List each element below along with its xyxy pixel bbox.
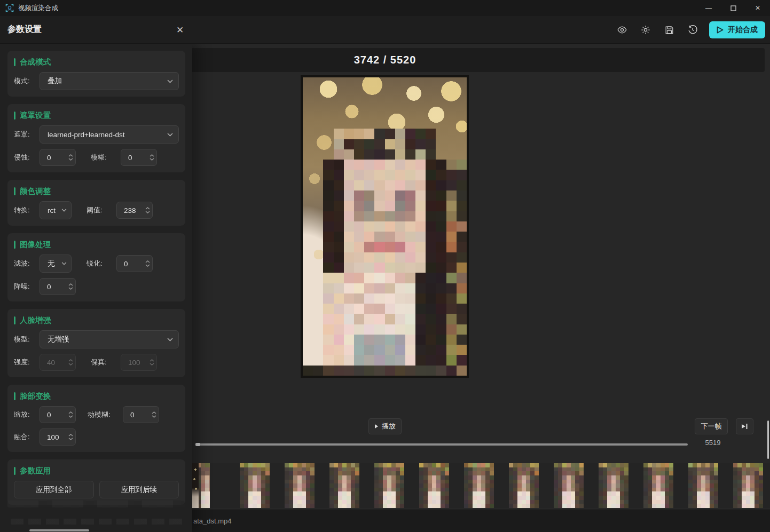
spinner-arrows[interactable] xyxy=(66,411,75,418)
filmstrip xyxy=(192,463,770,508)
close-icon[interactable]: ✕ xyxy=(173,23,187,37)
erode-input[interactable] xyxy=(40,154,66,162)
start-composite-button[interactable]: 开始合成 xyxy=(709,21,765,38)
filmstrip-thumbnail[interactable] xyxy=(733,463,763,508)
denoise-input[interactable] xyxy=(40,283,66,291)
chevron-up-icon xyxy=(150,359,154,362)
strength-label: 强度: xyxy=(14,358,40,367)
play-button[interactable]: 播放 xyxy=(368,418,402,434)
sharpen-spinner xyxy=(116,255,153,272)
chevron-down-icon xyxy=(61,209,67,212)
start-composite-label: 开始合成 xyxy=(728,25,758,35)
filmstrip-thumbnail[interactable] xyxy=(329,463,359,508)
chevron-up-icon xyxy=(68,359,73,362)
chevron-down-icon xyxy=(167,133,173,137)
save-button[interactable] xyxy=(660,21,678,39)
filmstrip-thumbnail[interactable] xyxy=(419,463,449,508)
next-frame-label: 下一帧 xyxy=(701,422,722,431)
spinner-arrows[interactable] xyxy=(143,260,152,267)
video-preview xyxy=(301,75,469,378)
vertical-scrollbar[interactable] xyxy=(767,420,769,459)
timeline-slider[interactable] xyxy=(197,443,688,446)
pixelated-face-mosaic xyxy=(303,77,467,376)
spinner-arrows[interactable] xyxy=(66,154,75,161)
settings-gear-button[interactable] xyxy=(637,21,655,39)
spinner-arrows[interactable] xyxy=(66,359,75,366)
spinner-arrows[interactable] xyxy=(147,154,156,161)
strength-input[interactable] xyxy=(40,359,66,367)
section-apply-params: 参数应用 应用到全部 应用到后续 xyxy=(7,459,185,505)
filmstrip-thumbnail[interactable] xyxy=(688,463,718,508)
filmstrip-thumbnail[interactable] xyxy=(285,463,315,508)
sharpen-input[interactable] xyxy=(117,260,143,268)
chevron-down-icon xyxy=(145,264,150,267)
spinner-arrows[interactable] xyxy=(147,359,156,366)
apply-to-all-button[interactable]: 应用到全部 xyxy=(14,481,94,498)
section-accent-bar xyxy=(14,241,15,249)
motion-blur-input[interactable] xyxy=(123,411,149,419)
filmstrip-thumbnail[interactable] xyxy=(192,463,210,508)
preview-eye-button[interactable] xyxy=(613,21,631,39)
title-bar: 视频渲染合成 — ✕ xyxy=(0,0,770,16)
scale-input[interactable] xyxy=(40,411,66,419)
erode-label: 侵蚀: xyxy=(14,153,40,162)
filter-select[interactable]: 无 xyxy=(40,255,72,273)
blur-label: 模糊: xyxy=(91,153,121,162)
blur-input[interactable] xyxy=(121,154,147,162)
chevron-up-icon xyxy=(68,434,73,436)
scale-label: 缩放: xyxy=(14,410,40,419)
play-outline-icon xyxy=(717,26,724,34)
filmstrip-thumbnail[interactable] xyxy=(464,463,494,508)
filmstrip-thumbnail[interactable] xyxy=(374,463,404,508)
fidelity-input[interactable] xyxy=(121,359,147,367)
filmstrip-thumbnail[interactable] xyxy=(509,463,539,508)
chevron-up-icon xyxy=(150,154,154,157)
transfer-select-value: rct xyxy=(48,207,61,215)
transfer-select[interactable]: rct xyxy=(40,201,72,219)
model-select[interactable]: 无增强 xyxy=(40,330,179,348)
maximize-button[interactable] xyxy=(721,0,745,16)
chevron-down-icon xyxy=(68,287,73,290)
filmstrip-thumbnail[interactable] xyxy=(240,463,270,508)
history-button[interactable] xyxy=(683,21,702,39)
panel-title: 参数设置 xyxy=(7,24,42,35)
panel-horizontal-scrollbar[interactable] xyxy=(29,529,89,531)
chevron-down-icon xyxy=(68,363,73,366)
section-image-process: 图像处理 滤波: 无 锐化: 降噪: xyxy=(7,233,185,301)
skip-to-end-button[interactable] xyxy=(736,418,753,434)
threshold-label: 阈值: xyxy=(87,205,116,215)
denoise-spinner xyxy=(40,278,76,295)
filmstrip-thumbnail[interactable] xyxy=(554,463,584,508)
strength-spinner xyxy=(40,354,76,371)
chevron-up-icon xyxy=(68,154,73,157)
chevron-down-icon xyxy=(167,338,173,342)
next-frame-button[interactable]: 下一帧 xyxy=(695,418,728,434)
spinner-arrows[interactable] xyxy=(66,283,75,290)
section-title: 合成模式 xyxy=(20,57,51,67)
status-file-path: ata_dst.mp4 xyxy=(193,517,232,525)
chevron-up-icon xyxy=(152,411,156,414)
section-accent-bar xyxy=(14,316,15,324)
mode-select[interactable]: 叠加 xyxy=(40,72,179,90)
apply-to-following-button[interactable]: 应用到后续 xyxy=(99,481,179,498)
gear-icon xyxy=(640,25,651,35)
mask-select[interactable]: learned-prd+learned-dst xyxy=(40,125,179,144)
section-accent-bar xyxy=(14,392,15,400)
section-face-transform: 脸部变换 缩放: 动模糊: 融合: xyxy=(7,385,185,452)
blend-input[interactable] xyxy=(40,433,66,441)
maximize-icon xyxy=(730,5,736,11)
timeline-slider-handle[interactable] xyxy=(195,443,200,446)
spinner-arrows[interactable] xyxy=(143,207,152,213)
section-face-enhance: 人脸增强 模型: 无增强 强度: 保真: xyxy=(7,309,185,377)
spinner-arrows[interactable] xyxy=(66,434,75,440)
blend-spinner xyxy=(40,428,76,446)
mask-label: 遮罩: xyxy=(14,130,40,139)
spinner-arrows[interactable] xyxy=(149,411,159,418)
close-window-button[interactable]: ✕ xyxy=(745,0,770,16)
mask-select-value: learned-prd+learned-dst xyxy=(48,131,167,139)
minimize-button[interactable]: — xyxy=(696,0,721,16)
play-icon xyxy=(374,424,379,429)
filmstrip-thumbnail[interactable] xyxy=(643,463,673,508)
filmstrip-thumbnail[interactable] xyxy=(599,463,628,508)
threshold-input[interactable] xyxy=(117,207,143,215)
